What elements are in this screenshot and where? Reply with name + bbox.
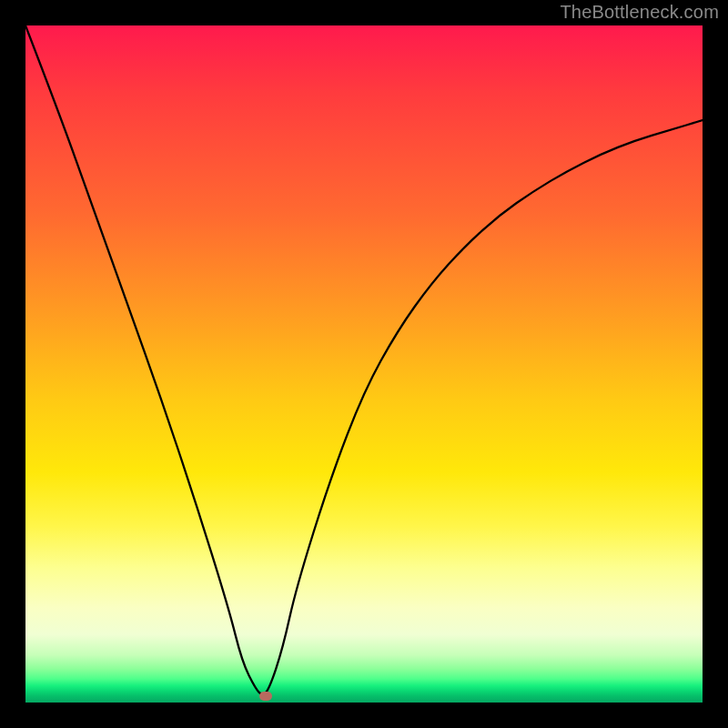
watermark-text: TheBottleneck.com: [560, 2, 719, 23]
bottleneck-curve: [25, 25, 703, 694]
plot-area: [25, 25, 703, 703]
chart-frame: TheBottleneck.com: [0, 0, 728, 728]
optimum-marker: [259, 692, 272, 701]
curve-layer: [25, 25, 703, 703]
